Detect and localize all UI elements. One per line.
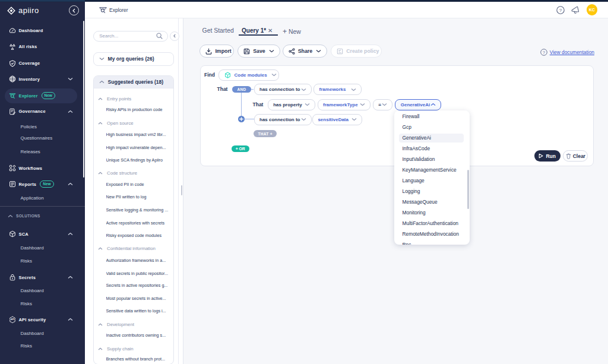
svg-text:?: ? [559, 7, 562, 12]
svg-text:?: ? [543, 50, 545, 55]
svg-text:API: API [11, 318, 14, 321]
